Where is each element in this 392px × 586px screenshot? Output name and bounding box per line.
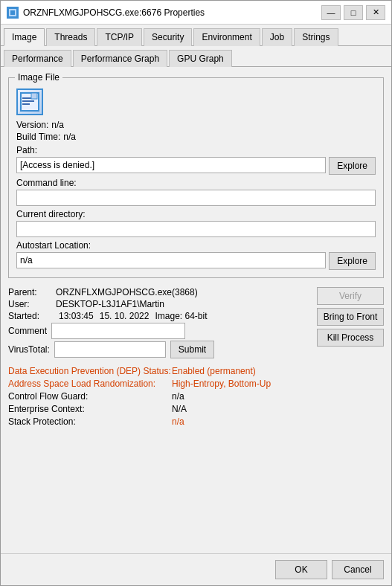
- tab-tcpip[interactable]: TCP/IP: [97, 28, 142, 46]
- maximize-button[interactable]: □: [344, 5, 363, 20]
- autostart-label: Autostart Location:: [16, 240, 376, 251]
- bottom-bar: OK Cancel: [1, 553, 391, 585]
- started-time: 13:03:45: [59, 311, 94, 321]
- tab-job[interactable]: Job: [262, 28, 292, 46]
- tab-row-2: Performance Performance Graph GPU Graph: [1, 46, 391, 67]
- enterprise-label: Enterprise Context:: [8, 404, 172, 414]
- app-icon: [7, 7, 19, 19]
- virustotal-input[interactable]: [54, 341, 166, 358]
- parent-value: ORZNFLXMGJPOHSCG.exe(3868): [56, 287, 198, 297]
- command-line-label: Command line:: [16, 178, 376, 188]
- build-time-value: n/a: [63, 132, 76, 142]
- user-value: DESKTOP-L3J1AF1\Martin: [56, 299, 164, 309]
- started-date: 15. 10. 2022: [100, 311, 150, 321]
- current-directory-input[interactable]: [16, 221, 376, 237]
- current-directory-label: Current directory:: [16, 209, 376, 219]
- tab-row-1: Image Threads TCP/IP Security Environmen…: [1, 25, 391, 46]
- comment-label: Comment: [8, 326, 47, 336]
- virustotal-label: VirusTotal:: [8, 344, 50, 355]
- verify-button[interactable]: Verify: [317, 287, 384, 305]
- title-bar-left: ORZNFLXMGJPOHSCG.exe:6676 Properties: [7, 7, 205, 19]
- started-row: Started: 13:03:45 15. 10. 2022 Image: 64…: [8, 311, 314, 321]
- enterprise-value: N/A: [172, 404, 187, 414]
- image-file-group: Image File Version: n/a Build Time:: [8, 77, 384, 278]
- enterprise-row: Enterprise Context: N/A: [8, 404, 384, 414]
- comment-row: Comment: [8, 323, 314, 339]
- comment-input[interactable]: [51, 323, 185, 339]
- stack-label: Stack Protection:: [8, 416, 172, 427]
- minimize-button[interactable]: —: [321, 5, 341, 20]
- tab-image[interactable]: Image: [4, 28, 45, 46]
- image-icon-area: [16, 88, 376, 115]
- version-row: Version: n/a: [16, 120, 376, 130]
- virustotal-row: VirusTotal: Submit: [8, 341, 314, 358]
- title-controls: — □ ✕: [321, 5, 385, 20]
- build-time-label: Build Time:: [16, 132, 60, 142]
- autostart-field-row: Explore: [16, 252, 376, 270]
- stack-value: n/a: [172, 416, 184, 427]
- svg-rect-4: [22, 97, 31, 99]
- kill-process-button[interactable]: Kill Process: [317, 329, 384, 347]
- title-bar: ORZNFLXMGJPOHSCG.exe:6676 Properties — □…: [1, 1, 391, 25]
- version-value: n/a: [51, 120, 64, 130]
- tab-security[interactable]: Security: [144, 28, 192, 46]
- svg-rect-2: [10, 10, 15, 15]
- parent-grid: Parent: ORZNFLXMGJPOHSCG.exe(3868) User:…: [8, 287, 384, 358]
- side-buttons: Verify Bring to Front Kill Process: [317, 287, 384, 347]
- started-label: Started:: [8, 311, 53, 321]
- parent-label: Parent:: [8, 287, 53, 297]
- path-field-row: Explore: [16, 157, 376, 175]
- tab-performance-graph[interactable]: Performance Graph: [73, 50, 167, 67]
- explore-autostart-button[interactable]: Explore: [329, 252, 376, 270]
- path-label: Path:: [16, 145, 376, 155]
- status-section: Data Execution Prevention (DEP) Status: …: [8, 366, 384, 429]
- svg-rect-6: [22, 103, 30, 105]
- user-row: User: DESKTOP-L3J1AF1\Martin: [8, 299, 314, 309]
- tab-threads[interactable]: Threads: [46, 28, 95, 46]
- dep-label: Data Execution Prevention (DEP) Status:: [8, 366, 172, 376]
- stack-row: Stack Protection: n/a: [8, 416, 384, 427]
- build-time-row: Build Time: n/a: [16, 132, 376, 142]
- file-icon: [16, 88, 43, 115]
- version-label: Version:: [16, 120, 48, 130]
- command-line-input[interactable]: [16, 190, 376, 206]
- parent-row: Parent: ORZNFLXMGJPOHSCG.exe(3868): [8, 287, 314, 297]
- tab-strings[interactable]: Strings: [294, 28, 338, 46]
- cfg-row: Control Flow Guard: n/a: [8, 391, 384, 402]
- dep-value: Enabled (permanent): [172, 366, 256, 376]
- svg-rect-5: [22, 100, 34, 102]
- main-left: Parent: ORZNFLXMGJPOHSCG.exe(3868) User:…: [8, 287, 314, 358]
- aslr-value: High-Entropy, Bottom-Up: [172, 379, 271, 389]
- aslr-row: Address Space Load Randomization: High-E…: [8, 379, 384, 389]
- main-window: ORZNFLXMGJPOHSCG.exe:6676 Properties — □…: [0, 0, 392, 586]
- close-button[interactable]: ✕: [366, 5, 385, 20]
- autostart-input[interactable]: [16, 252, 326, 268]
- cfg-label: Control Flow Guard:: [8, 391, 172, 402]
- submit-button[interactable]: Submit: [170, 341, 214, 358]
- user-label: User:: [8, 299, 53, 309]
- group-title: Image File: [15, 72, 62, 83]
- dep-row: Data Execution Prevention (DEP) Status: …: [8, 366, 384, 376]
- explore-path-button[interactable]: Explore: [329, 157, 376, 175]
- tab-environment[interactable]: Environment: [193, 28, 260, 46]
- bring-to-front-button[interactable]: Bring to Front: [317, 308, 384, 326]
- aslr-label: Address Space Load Randomization:: [8, 379, 172, 389]
- cancel-button[interactable]: Cancel: [332, 560, 384, 579]
- tab-gpu-graph[interactable]: GPU Graph: [169, 50, 232, 67]
- path-input[interactable]: [16, 157, 326, 173]
- title-text: ORZNFLXMGJPOHSCG.exe:6676 Properties: [23, 7, 205, 18]
- ok-button[interactable]: OK: [275, 560, 327, 579]
- cfg-value: n/a: [172, 391, 184, 402]
- svg-rect-7: [31, 93, 37, 99]
- started-image: Image: 64-bit: [155, 311, 207, 321]
- content-area: Image File Version: n/a Build Time:: [1, 67, 391, 553]
- tab-performance[interactable]: Performance: [4, 50, 71, 67]
